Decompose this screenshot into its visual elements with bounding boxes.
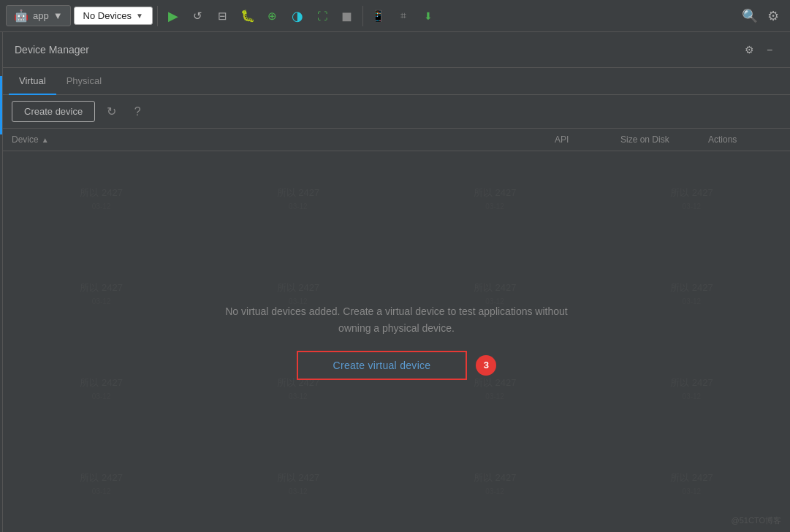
device-toolbar: Create device ↻ ? [3,95,790,129]
download-icon: ⬇ [424,10,433,22]
device-mirror-button[interactable]: 📱 [368,5,390,27]
panel-settings-button[interactable]: ⚙ [740,41,758,58]
create-device-button[interactable]: Create device [12,101,95,122]
create-virtual-device-button[interactable]: Create virtual device [297,351,468,380]
watermark-12: 所以 2427 03-12 [593,342,790,437]
run-button[interactable]: ▶ [162,5,184,27]
help-icon: ? [134,105,141,118]
settings-button[interactable]: ⚙ [762,5,784,27]
create-virtual-btn-wrapper: Create virtual device 3 [297,351,497,380]
size-col-label: Size on Disk [620,134,669,145]
badge-count: 3 [476,355,496,376]
watermark-13: 所以 2427 03-12 [3,437,200,532]
stop-icon: ◼ [341,8,352,24]
watermark-9: 所以 2427 03-12 [3,342,200,437]
watermark-1: 所以 2427 03-12 [3,151,200,246]
debug-icon: 🐛 [240,9,255,23]
toolbar-separator-2 [362,6,363,26]
empty-area: 所以 2427 03-12 所以 2427 03-12 所以 2427 03-1… [3,151,790,532]
download-button[interactable]: ⬇ [417,5,439,27]
empty-state-content: No virtual devices added. Create a virtu… [214,303,580,380]
app-dropdown-icon: ▼ [53,10,63,21]
panel-minimize-icon: − [767,44,772,56]
search-button[interactable]: 🔍 [739,5,761,27]
layout-icon: ⛶ [317,10,327,22]
tab-physical[interactable]: Physical [56,68,112,95]
stop-button[interactable]: ◼ [336,5,358,27]
api-col-label: API [555,134,569,145]
watermark-15: 所以 2427 03-12 [397,437,593,532]
top-toolbar: 🤖 app ▼ No Devices ▼ ▶ ↺ ⊟ 🐛 ⊕ ◑ ⛶ ◼ 📱 ⌗… [0,0,790,32]
settings-icon: ⚙ [767,8,779,24]
devices-chevron-icon: ▼ [136,12,143,20]
device-mirror-icon: 📱 [371,10,385,23]
table-header: Device ▲ API Size on Disk Actions [3,129,790,151]
panel-title: Device Manager [15,44,89,56]
col-size-header: Size on Disk [620,134,708,145]
pair-devices-button[interactable]: ⌗ [392,5,414,27]
watermark-14: 所以 2427 03-12 [200,437,396,532]
watermark-5: 所以 2427 03-12 [3,246,200,341]
tab-virtual[interactable]: Virtual [9,68,56,95]
col-device-header: Device ▲ [12,134,555,145]
no-devices-label: No Devices [83,10,132,21]
watermark-4: 所以 2427 03-12 [593,151,790,246]
panel-settings-icon: ⚙ [745,44,754,56]
device-manager-panel: Device Manager ⚙ − Virtual Physical Cre [3,32,790,532]
actions-col-label: Actions [708,134,737,145]
device-col-label: Device [12,134,39,145]
run-icon: ▶ [168,8,178,24]
create-device-label: Create device [24,106,83,117]
col-api-header: API [555,134,620,145]
toolbar-separator-1 [157,6,158,26]
profiler-icon: ◑ [292,8,303,24]
attach-icon: ⊕ [267,10,277,23]
no-devices-button[interactable]: No Devices ▼ [74,7,153,25]
tab-bar: Virtual Physical [3,68,790,95]
debug-button[interactable]: 🐛 [237,5,259,27]
layout-inspector-button[interactable]: ⛶ [311,5,333,27]
panel-header: Device Manager ⚙ − [3,32,790,68]
stop-all-button[interactable]: ⊟ [212,5,234,27]
search-icon: 🔍 [742,8,758,24]
device-sort-icon[interactable]: ▲ [42,136,49,144]
panel-minimize-button[interactable]: − [761,41,778,58]
watermark-2: 所以 2427 03-12 [200,151,396,246]
attach-button[interactable]: ⊕ [262,5,284,27]
main-area: Device Manager ⚙ − Virtual Physical Cre [0,32,790,532]
app-label: app [33,10,49,21]
refresh-button[interactable]: ↻ [101,102,121,122]
help-button[interactable]: ? [127,102,148,122]
toolbar-right-section: 🔍 ⚙ [739,5,784,27]
panel-header-icons: ⚙ − [740,41,778,58]
rerun-button[interactable]: ↺ [187,5,209,27]
profiler-button[interactable]: ◑ [286,5,308,27]
refresh-icon: ↻ [107,104,116,118]
pair-icon: ⌗ [400,10,406,22]
app-selector-button[interactable]: 🤖 app ▼ [6,5,71,26]
empty-state-message: No virtual devices added. Create a virtu… [214,303,580,336]
create-virtual-label: Create virtual device [333,360,431,371]
stop-all-icon: ⊟ [218,10,227,23]
active-indicator [0,76,2,134]
android-icon: 🤖 [14,9,29,23]
col-actions-header: Actions [708,134,781,145]
rerun-icon: ↺ [193,10,202,23]
watermark-8: 所以 2427 03-12 [593,246,790,341]
credit-watermark: @51CTO博客 [732,515,781,526]
watermark-3: 所以 2427 03-12 [397,151,593,246]
